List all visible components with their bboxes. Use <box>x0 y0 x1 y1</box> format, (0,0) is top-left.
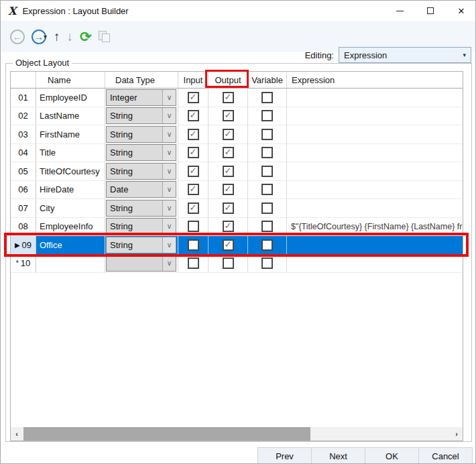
header-output[interactable]: Output <box>209 72 248 88</box>
name-cell[interactable]: Office <box>36 236 105 255</box>
name-cell[interactable]: City <box>36 199 105 218</box>
back-button[interactable]: ← <box>10 30 25 44</box>
name-cell[interactable]: TitleOfCourtesy <box>36 162 105 181</box>
expression-cell[interactable] <box>287 107 463 126</box>
expression-cell[interactable] <box>287 255 463 274</box>
variable-checkbox[interactable]: ✓ <box>261 129 273 140</box>
prev-button[interactable]: Prev <box>257 447 312 464</box>
data-type-dropdown[interactable]: Integer∨ <box>106 89 176 106</box>
variable-checkbox[interactable]: ✓ <box>261 257 273 269</box>
expression-cell[interactable] <box>287 181 463 200</box>
header-data-type[interactable]: Data Type <box>105 72 178 88</box>
expression-cell[interactable] <box>287 199 463 218</box>
table-row[interactable]: 07CityString∨✓✓✓ <box>11 199 463 218</box>
output-checkbox[interactable]: ✓ <box>223 221 234 232</box>
horizontal-scrollbar[interactable]: ‹ › <box>11 427 463 441</box>
header-expression[interactable]: Expression <box>287 72 463 88</box>
row-header[interactable]: 01 <box>11 89 36 107</box>
chevron-down-icon[interactable]: ∨ <box>162 200 176 216</box>
output-checkbox[interactable]: ✓ <box>223 129 234 140</box>
next-button[interactable]: Next <box>311 447 365 464</box>
input-checkbox[interactable]: ✓ <box>188 92 199 103</box>
scroll-left-icon[interactable]: ‹ <box>11 427 23 441</box>
expression-cell[interactable] <box>287 125 463 144</box>
variable-checkbox[interactable]: ✓ <box>261 184 273 195</box>
header-variable[interactable]: Variable <box>248 72 287 88</box>
input-checkbox[interactable]: ✓ <box>188 202 199 214</box>
refresh-button[interactable]: ⟳ <box>80 30 92 44</box>
variable-checkbox[interactable]: ✓ <box>261 147 273 158</box>
header-name[interactable]: Name <box>36 72 105 88</box>
input-checkbox[interactable]: ✓ <box>188 147 199 158</box>
variable-checkbox[interactable]: ✓ <box>261 221 273 232</box>
input-checkbox[interactable]: ✓ <box>188 221 199 232</box>
table-row[interactable]: 02LastNameString∨✓✓✓ <box>11 107 463 126</box>
table-row[interactable]: 08EmployeeInfoString∨✓✓✓$"{TitleOfCourte… <box>11 218 463 237</box>
name-cell[interactable]: FirstName <box>36 125 105 144</box>
data-type-dropdown[interactable]: String∨ <box>106 126 176 143</box>
output-checkbox[interactable]: ✓ <box>223 184 234 195</box>
variable-checkbox[interactable]: ✓ <box>261 92 273 103</box>
expression-cell[interactable] <box>287 144 463 163</box>
data-type-dropdown[interactable]: String∨ <box>106 144 176 161</box>
paste-layout-icon[interactable] <box>99 31 111 43</box>
move-up-button[interactable]: ↑ <box>54 30 60 44</box>
table-row[interactable]: ▶09OfficeString∨✓✓✓ <box>11 236 463 255</box>
input-checkbox[interactable]: ✓ <box>188 110 199 121</box>
chevron-down-icon[interactable]: ∨ <box>162 237 176 253</box>
scroll-right-icon[interactable]: › <box>451 427 463 441</box>
chevron-down-icon[interactable]: ∨ <box>162 255 176 271</box>
editing-dropdown[interactable]: Expression ▾ <box>339 47 471 63</box>
name-cell[interactable]: LastName <box>36 107 105 126</box>
output-checkbox[interactable]: ✓ <box>223 147 234 158</box>
expression-cell[interactable] <box>287 162 463 181</box>
variable-checkbox[interactable]: ✓ <box>261 239 273 251</box>
name-cell[interactable]: HireDate <box>36 181 105 200</box>
output-checkbox[interactable]: ✓ <box>223 202 234 214</box>
table-row[interactable]: 03FirstNameString∨✓✓✓ <box>11 125 463 144</box>
data-type-dropdown[interactable]: String∨ <box>106 163 176 180</box>
data-type-dropdown[interactable]: String∨ <box>106 200 176 217</box>
name-cell[interactable]: Title <box>36 144 105 163</box>
chevron-down-icon[interactable]: ∨ <box>162 182 176 197</box>
data-type-dropdown[interactable]: Date∨ <box>106 181 176 198</box>
row-header[interactable]: 05 <box>11 162 36 181</box>
name-cell[interactable]: EmployeeInfo <box>36 218 105 237</box>
data-type-dropdown[interactable]: String∨ <box>106 237 176 253</box>
header-input[interactable]: Input <box>178 72 209 88</box>
table-row[interactable]: *10∨✓✓✓ <box>11 255 463 274</box>
chevron-down-icon[interactable]: ∨ <box>162 164 176 179</box>
chevron-down-icon[interactable]: ∨ <box>162 127 176 142</box>
row-header[interactable]: 03 <box>11 125 36 144</box>
chevron-down-icon[interactable]: ∨ <box>162 219 176 234</box>
input-checkbox[interactable]: ✓ <box>188 166 199 177</box>
row-header[interactable]: *10 <box>11 255 36 274</box>
cancel-button[interactable]: Cancel <box>418 447 473 464</box>
variable-checkbox[interactable]: ✓ <box>261 202 273 214</box>
table-row[interactable]: 04TitleString∨✓✓✓ <box>11 144 463 163</box>
maximize-button[interactable] <box>415 1 446 21</box>
name-cell[interactable]: EmployeeID <box>36 89 105 107</box>
chevron-down-icon[interactable]: ∨ <box>162 108 176 123</box>
expression-cell[interactable] <box>287 236 463 255</box>
input-checkbox[interactable]: ✓ <box>188 257 199 269</box>
output-checkbox[interactable]: ✓ <box>223 166 234 177</box>
data-type-dropdown[interactable]: String∨ <box>106 107 176 124</box>
ok-button[interactable]: OK <box>365 447 419 464</box>
input-checkbox[interactable]: ✓ <box>188 239 199 251</box>
output-checkbox[interactable]: ✓ <box>223 257 234 269</box>
chevron-down-icon[interactable]: ∨ <box>162 145 176 160</box>
data-type-dropdown[interactable]: ∨ <box>106 255 176 272</box>
data-type-dropdown[interactable]: String∨ <box>106 218 176 235</box>
row-header[interactable]: 02 <box>11 107 36 126</box>
output-checkbox[interactable]: ✓ <box>223 110 234 121</box>
output-checkbox[interactable]: ✓ <box>223 92 234 103</box>
input-checkbox[interactable]: ✓ <box>188 184 199 195</box>
row-header[interactable]: ▶09 <box>11 236 36 255</box>
expression-cell[interactable] <box>287 89 463 107</box>
scrollbar-track[interactable] <box>23 427 451 441</box>
move-down-button[interactable]: ↓ <box>67 30 74 44</box>
table-row[interactable]: 05TitleOfCourtesyString∨✓✓✓ <box>11 162 463 181</box>
row-header[interactable]: 04 <box>11 144 36 163</box>
variable-checkbox[interactable]: ✓ <box>261 166 273 177</box>
